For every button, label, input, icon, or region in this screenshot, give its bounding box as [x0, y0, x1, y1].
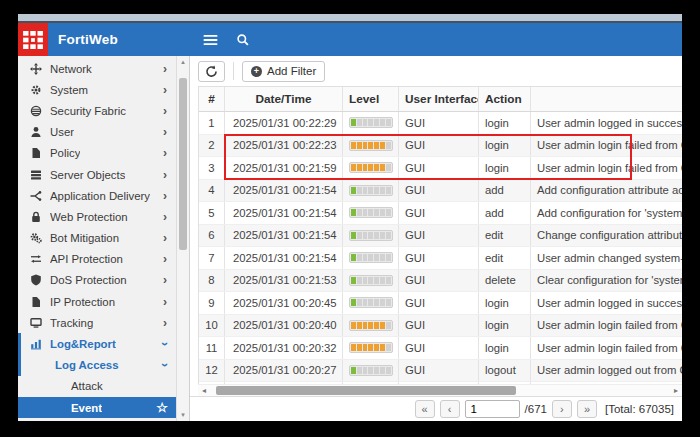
column-header-user-interface[interactable]: User Interface [399, 87, 479, 111]
table-row[interactable]: 42025/01/31 00:21:54GUIaddAdd configurat… [199, 180, 682, 203]
sidebar-item-traffic[interactable]: Traffic [18, 418, 176, 421]
cell-user-interface: GUI [399, 360, 479, 382]
sidebar-item-label: Server Objects [50, 169, 125, 181]
refresh-button[interactable] [198, 61, 225, 82]
horizontal-scrollbar[interactable]: ◂ ▸ [198, 384, 682, 396]
sidebar-item-dos-protection[interactable]: DoS Protection› [18, 270, 176, 291]
chevron-right-icon: › [163, 296, 167, 308]
topbar: FortiWeb [18, 23, 682, 56]
cell-action: login [479, 315, 531, 337]
sidebar-item-api-protection[interactable]: API Protection› [18, 249, 176, 270]
cell-level [343, 157, 399, 179]
level-bar-information [349, 185, 393, 196]
table-row[interactable]: 22025/01/31 00:22:23GUIloginUser admin l… [199, 135, 682, 158]
add-filter-label: Add Filter [267, 65, 316, 77]
add-filter-button[interactable]: + Add Filter [242, 61, 325, 82]
sidebar-item-label: Tracking [50, 317, 93, 329]
level-bar-information [349, 297, 393, 308]
table-row[interactable]: 102025/01/31 00:20:40GUIloginUser admin … [199, 315, 682, 338]
sidebar-item-label: API Protection [50, 253, 123, 265]
prev-page-button[interactable]: ‹ [440, 400, 460, 418]
cell-level [343, 112, 399, 134]
column-header-date-time[interactable]: Date/Time [225, 87, 343, 111]
sidebar-item-tracking[interactable]: Tracking› [18, 312, 176, 333]
cell-datetime: 2025/01/31 00:21:54 [225, 225, 343, 247]
search-icon[interactable] [235, 32, 251, 48]
cell-datetime: 2025/01/31 00:21:54 [225, 247, 343, 269]
sidebar-scrollbar-thumb[interactable] [179, 78, 187, 250]
chevron-right-icon: › [163, 211, 167, 223]
scroll-up-icon[interactable]: ▴ [177, 58, 189, 66]
sidebar-item-ip-protection[interactable]: IP Protection› [18, 291, 176, 312]
scroll-down-icon[interactable]: ▾ [177, 411, 189, 419]
sidebar-item-web-protection[interactable]: Web Protection› [18, 206, 176, 227]
sidebar-item-label: Log Access [55, 359, 119, 371]
sidebar-item-log-access[interactable]: Log Access› [18, 355, 176, 376]
sidebar-item-label: Application Delivery [50, 190, 150, 202]
sidebar-scrollbar[interactable]: ▴ ▾ [176, 56, 190, 421]
chevron-right-icon: › [163, 126, 167, 138]
table-row[interactable]: 32025/01/31 00:21:59GUIloginUser admin l… [199, 157, 682, 180]
table-row[interactable]: 112025/01/31 00:20:32GUIloginUser admin … [199, 337, 682, 360]
row-number: 9 [199, 292, 225, 314]
sidebar-item-label: Web Protection [50, 211, 128, 223]
cell-level [343, 202, 399, 224]
topbar-icons [202, 32, 251, 48]
row-number: 12 [199, 360, 225, 382]
main-area: Network›System›Security Fabric›User›Poli… [18, 56, 682, 421]
next-page-button[interactable]: › [552, 400, 572, 418]
page-number-input[interactable] [465, 400, 520, 418]
table-body: 12025/01/31 00:22:29GUIloginUser admin l… [199, 112, 682, 384]
table-row[interactable]: 52025/01/31 00:21:54GUIaddAdd configurat… [199, 202, 682, 225]
column-header-action[interactable]: Action [479, 87, 531, 111]
level-bar-alert [349, 140, 393, 151]
sidebar-item-log-report[interactable]: Log&Report› [18, 333, 176, 354]
favorite-star-icon[interactable]: ☆ [156, 400, 168, 415]
cell-level [343, 315, 399, 337]
cell-user-interface: GUI [399, 270, 479, 292]
cell-message: Clear configuration for 'system automati… [531, 270, 682, 292]
table-row[interactable]: 12025/01/31 00:22:29GUIloginUser admin l… [199, 112, 682, 135]
content-area: + Add Filter #Date/TimeLevelUser Interfa… [190, 56, 682, 421]
cell-message: Add configuration attribute action for s… [531, 180, 682, 202]
cell-action: logout [479, 360, 531, 382]
column-header-[interactable]: # [199, 87, 225, 111]
cell-action: add [479, 180, 531, 202]
horizontal-scroll-track[interactable] [210, 386, 670, 396]
sidebar-item-server-objects[interactable]: Server Objects› [18, 164, 176, 185]
table-row[interactable]: 62025/01/31 00:21:54GUIeditChange config… [199, 225, 682, 248]
sidebar-item-policy[interactable]: Policy› [18, 143, 176, 164]
sidebar-item-security-fabric[interactable]: Security Fabric› [18, 100, 176, 121]
column-header-level[interactable]: Level [343, 87, 399, 111]
table-row[interactable]: 72025/01/31 00:21:54GUIeditUser admin ch… [199, 247, 682, 270]
column-header-message[interactable] [531, 87, 682, 111]
scroll-left-icon[interactable]: ◂ [198, 386, 210, 395]
last-page-button[interactable]: » [577, 400, 597, 418]
app-window: FortiWeb Network›System›Security Fabric›… [18, 14, 682, 421]
cell-level [343, 135, 399, 157]
cell-message: User admin logged in successfully from G… [531, 112, 682, 134]
cell-action: login [479, 112, 531, 134]
sidebar-item-network[interactable]: Network› [18, 58, 176, 79]
menu-icon[interactable] [202, 32, 218, 48]
sidebar-item-system[interactable]: System› [18, 79, 176, 100]
horizontal-scrollbar-thumb[interactable] [216, 386, 516, 395]
sidebar-item-event[interactable]: Event☆ [18, 397, 176, 418]
server-objects-icon [28, 169, 43, 181]
sidebar-item-label: Bot Mitigation [50, 232, 119, 244]
first-page-button[interactable]: « [415, 400, 435, 418]
sidebar-item-user[interactable]: User› [18, 122, 176, 143]
scroll-right-icon[interactable]: ▸ [670, 386, 682, 395]
log-toolbar: + Add Filter [190, 56, 682, 86]
sidebar-item-application-delivery[interactable]: Application Delivery› [18, 185, 176, 206]
table-row[interactable]: 92025/01/31 00:20:45GUIloginUser admin l… [199, 292, 682, 315]
table-row[interactable]: 82025/01/31 00:21:53GUIdeleteClear confi… [199, 270, 682, 293]
row-number: 8 [199, 270, 225, 292]
table-row[interactable]: 122025/01/31 00:20:27GUIlogoutUser admin… [199, 360, 682, 383]
app-title: FortiWeb [58, 32, 118, 47]
sidebar: Network›System›Security Fabric›User›Poli… [18, 56, 176, 421]
sidebar-item-bot-mitigation[interactable]: Bot Mitigation› [18, 228, 176, 249]
level-bar-alert [349, 320, 393, 331]
sidebar-item-attack[interactable]: Attack [18, 376, 176, 397]
cell-datetime: 2025/01/31 00:20:32 [225, 337, 343, 359]
